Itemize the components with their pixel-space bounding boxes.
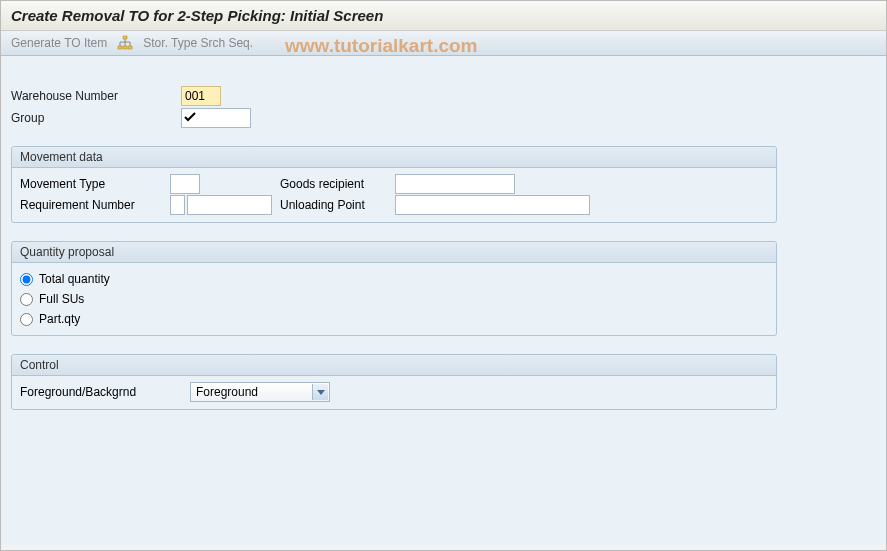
unloading-point-input[interactable] [395, 195, 590, 215]
movement-type-input[interactable] [170, 174, 200, 194]
group-input[interactable] [181, 108, 251, 128]
total-quantity-radio[interactable] [20, 273, 33, 286]
requirement-number-label: Requirement Number [20, 196, 170, 214]
svg-rect-0 [123, 36, 127, 39]
svg-rect-1 [118, 46, 122, 49]
org-structure-icon[interactable] [117, 35, 133, 51]
chevron-down-icon [312, 384, 328, 400]
warehouse-number-input[interactable] [181, 86, 221, 106]
main-area: Warehouse Number Group Movement data Mov… [1, 56, 886, 545]
group-label: Group [11, 108, 181, 128]
goods-recipient-input[interactable] [395, 174, 515, 194]
movement-data-group: Movement data Movement Type Goods recipi… [11, 146, 777, 223]
foreground-backgrnd-label: Foreground/Backgrnd [20, 385, 190, 399]
foreground-backgrnd-value: Foreground [191, 383, 329, 401]
generate-to-item-button[interactable]: Generate TO Item [11, 36, 107, 50]
warehouse-number-label: Warehouse Number [11, 86, 181, 106]
svg-marker-9 [317, 390, 325, 395]
full-sus-label: Full SUs [39, 292, 84, 306]
svg-rect-3 [128, 46, 132, 49]
requirement-number-input-2[interactable] [187, 195, 272, 215]
svg-rect-2 [123, 46, 127, 49]
total-quantity-label: Total quantity [39, 272, 110, 286]
page-title: Create Removal TO for 2-Step Picking: In… [1, 1, 886, 31]
watermark: www.tutorialkart.com [285, 35, 478, 57]
foreground-backgrnd-select[interactable]: Foreground [190, 382, 330, 402]
full-sus-radio[interactable] [20, 293, 33, 306]
quantity-proposal-header: Quantity proposal [12, 242, 776, 263]
movement-type-label: Movement Type [20, 175, 170, 193]
quantity-proposal-group: Quantity proposal Total quantity Full SU… [11, 241, 777, 336]
stor-type-srch-seq-button[interactable]: Stor. Type Srch Seq. [143, 36, 253, 50]
unloading-point-label: Unloading Point [275, 198, 395, 212]
part-qty-radio[interactable] [20, 313, 33, 326]
movement-data-header: Movement data [12, 147, 776, 168]
goods-recipient-label: Goods recipient [275, 177, 395, 191]
control-header: Control [12, 355, 776, 376]
control-group: Control Foreground/Backgrnd Foreground [11, 354, 777, 410]
requirement-number-input-1[interactable] [170, 195, 185, 215]
part-qty-label: Part.qty [39, 312, 80, 326]
